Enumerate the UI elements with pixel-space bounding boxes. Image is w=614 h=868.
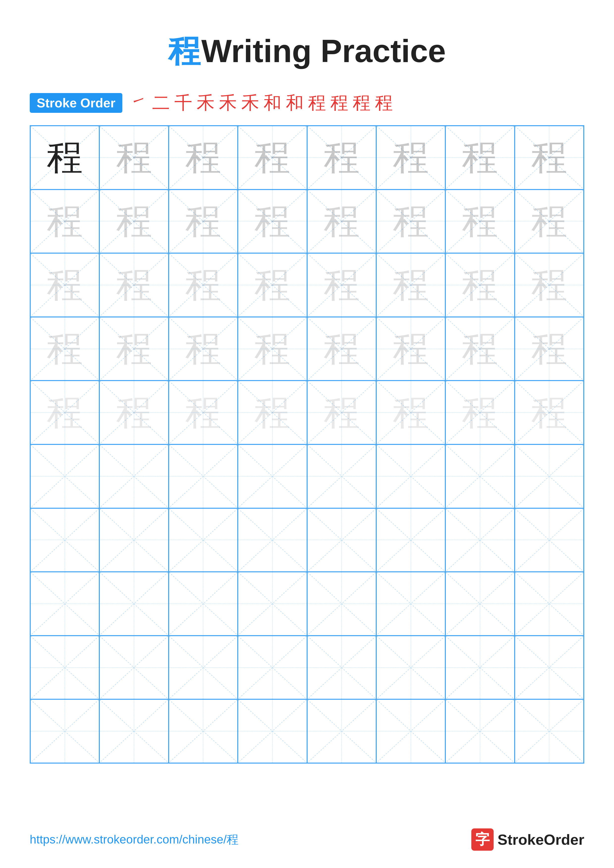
- svg-line-141: [446, 636, 514, 699]
- grid-cell[interactable]: [515, 636, 584, 699]
- grid-cell[interactable]: 程: [169, 381, 238, 444]
- title-english-text: Writing Practice: [201, 33, 446, 69]
- grid-cell[interactable]: [376, 508, 445, 572]
- grid-cell[interactable]: [445, 508, 515, 572]
- svg-line-101: [169, 509, 237, 572]
- grid-cell[interactable]: [169, 636, 238, 699]
- svg-line-106: [377, 509, 445, 572]
- grid-cell[interactable]: 程: [515, 189, 584, 253]
- grid-cell[interactable]: 程: [169, 189, 238, 253]
- grid-cell[interactable]: [445, 444, 515, 508]
- grid-cell[interactable]: [30, 572, 99, 636]
- grid-cell[interactable]: 程: [515, 381, 584, 444]
- grid-cell[interactable]: [169, 699, 238, 763]
- grid-cell[interactable]: 程: [30, 317, 99, 381]
- grid-cell[interactable]: 程: [30, 126, 99, 189]
- svg-line-146: [100, 700, 168, 763]
- grid-cell[interactable]: 程: [30, 253, 99, 317]
- grid-cell[interactable]: [376, 699, 445, 763]
- grid-cell[interactable]: [515, 699, 584, 763]
- grid-cell[interactable]: 程: [99, 189, 168, 253]
- grid-cell[interactable]: [445, 572, 515, 636]
- practice-char: 程: [393, 331, 429, 367]
- grid-cell[interactable]: 程: [445, 253, 515, 317]
- grid-cell[interactable]: [238, 636, 307, 699]
- svg-line-138: [377, 636, 445, 699]
- grid-cell[interactable]: [307, 636, 376, 699]
- footer-url[interactable]: https://www.strokeorder.com/chinese/程: [30, 832, 238, 848]
- grid-cell[interactable]: 程: [238, 253, 307, 317]
- grid-cell[interactable]: [307, 699, 376, 763]
- grid-cell[interactable]: 程: [376, 381, 445, 444]
- grid-cell[interactable]: 程: [307, 253, 376, 317]
- svg-line-94: [515, 445, 583, 508]
- grid-cell[interactable]: 程: [169, 317, 238, 381]
- grid-cell[interactable]: [238, 508, 307, 572]
- grid-cell[interactable]: 程: [515, 126, 584, 189]
- grid-cell[interactable]: [238, 444, 307, 508]
- grid-cell[interactable]: [99, 444, 168, 508]
- grid-cell[interactable]: 程: [99, 126, 168, 189]
- grid-cell[interactable]: [30, 636, 99, 699]
- grid-cell[interactable]: 程: [99, 253, 168, 317]
- grid-cell[interactable]: [515, 444, 584, 508]
- grid-cell[interactable]: 程: [238, 317, 307, 381]
- grid-cell[interactable]: [99, 508, 168, 572]
- grid-cell[interactable]: [307, 508, 376, 572]
- grid-cell[interactable]: [445, 699, 515, 763]
- grid-cell[interactable]: [99, 636, 168, 699]
- grid-cell[interactable]: 程: [169, 253, 238, 317]
- grid-cell[interactable]: 程: [169, 126, 238, 189]
- stroke-10: 程: [330, 94, 348, 112]
- grid-cell[interactable]: [169, 572, 238, 636]
- grid-cell[interactable]: 程: [376, 253, 445, 317]
- grid-cell[interactable]: 程: [99, 317, 168, 381]
- grid-cell[interactable]: 程: [30, 381, 99, 444]
- grid-cell[interactable]: 程: [99, 381, 168, 444]
- grid-cell[interactable]: 程: [307, 317, 376, 381]
- grid-cell[interactable]: [99, 699, 168, 763]
- grid-cell[interactable]: 程: [238, 126, 307, 189]
- grid-cell[interactable]: [376, 572, 445, 636]
- grid-cell[interactable]: [515, 572, 584, 636]
- grid-cell[interactable]: 程: [445, 126, 515, 189]
- svg-line-92: [446, 445, 514, 508]
- grid-cell[interactable]: [376, 636, 445, 699]
- grid-cell[interactable]: 程: [515, 253, 584, 317]
- grid-cell[interactable]: 程: [307, 126, 376, 189]
- grid-cell[interactable]: [238, 699, 307, 763]
- grid-cell[interactable]: [307, 572, 376, 636]
- grid-cell[interactable]: 程: [376, 126, 445, 189]
- grid-cell[interactable]: 程: [515, 317, 584, 381]
- practice-char: 程: [324, 203, 360, 239]
- stroke-3: 千: [174, 94, 192, 112]
- grid-cell[interactable]: 程: [376, 317, 445, 381]
- practice-char: 程: [324, 140, 360, 175]
- grid-cell[interactable]: [30, 699, 99, 763]
- grid-cell[interactable]: [515, 508, 584, 572]
- practice-char: 程: [47, 331, 83, 367]
- practice-char: 程: [462, 331, 498, 367]
- grid-cell[interactable]: [30, 508, 99, 572]
- grid-cell[interactable]: 程: [445, 189, 515, 253]
- grid-cell[interactable]: [30, 444, 99, 508]
- grid-cell[interactable]: [376, 444, 445, 508]
- grid-cell[interactable]: 程: [307, 381, 376, 444]
- svg-line-103: [238, 509, 306, 572]
- grid-cell[interactable]: 程: [376, 189, 445, 253]
- grid-cell[interactable]: 程: [238, 189, 307, 253]
- grid-cell[interactable]: [445, 636, 515, 699]
- grid-cell[interactable]: 程: [445, 381, 515, 444]
- grid-cell[interactable]: [99, 572, 168, 636]
- grid-cell[interactable]: 程: [307, 189, 376, 253]
- grid-cell[interactable]: [169, 508, 238, 572]
- svg-line-149: [169, 700, 237, 763]
- grid-cell[interactable]: [307, 444, 376, 508]
- grid-cell[interactable]: 程: [445, 317, 515, 381]
- grid-cell[interactable]: [169, 444, 238, 508]
- practice-char: 程: [531, 331, 567, 367]
- grid-cell[interactable]: 程: [238, 381, 307, 444]
- grid-cell[interactable]: 程: [30, 189, 99, 253]
- grid-cell[interactable]: [238, 572, 307, 636]
- svg-line-131: [100, 636, 168, 699]
